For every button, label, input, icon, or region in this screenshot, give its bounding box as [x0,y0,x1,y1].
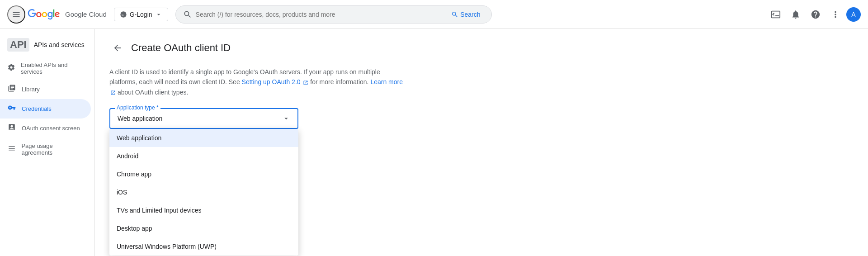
sidebar-item-credentials-label: Credentials [22,105,52,112]
search-button[interactable]: Search [448,9,484,20]
sidebar-item-oauth-label: OAuth consent screen [22,125,80,132]
hamburger-menu-button[interactable] [7,5,25,24]
search-input[interactable] [196,11,448,18]
sidebar-item-credentials[interactable]: Credentials [0,99,91,119]
setting-up-oauth-link[interactable]: Setting up OAuth 2.0 [242,78,311,85]
sidebar-item-enabled-apis-label: Enabled APIs and services [21,62,84,75]
option-desktop-app[interactable]: Desktop app [109,219,298,237]
dropdown-label: Application type * [115,104,160,111]
dropdown-chevron-icon [282,114,290,123]
oauth-consent-icon [7,123,16,133]
enabled-apis-icon [7,63,15,74]
option-ios[interactable]: iOS [109,183,298,201]
external-link-icon2 [110,90,116,95]
credentials-icon [7,104,16,114]
google-cloud-logo[interactable]: Google Cloud [27,9,107,20]
sidebar-item-library-label: Library [22,86,40,93]
project-name: G-Login [130,11,152,18]
sidebar-item-enabled-apis[interactable]: Enabled APIs and services [0,57,91,80]
user-avatar[interactable]: A [846,7,861,22]
api-header-icon: API [7,38,29,52]
external-link-icon1 [303,80,308,85]
page-header: Create OAuth client ID [109,40,854,56]
sidebar: API APIs and services Enabled APIs and s… [0,29,95,256]
notifications-icon-button[interactable] [787,5,805,24]
option-tvs[interactable]: TVs and Limited Input devices [109,201,298,219]
description-text2: for more information. [310,78,370,85]
page-title: Create OAuth client ID [131,42,231,54]
sidebar-item-page-usage-label: Page usage agreements [21,142,84,156]
application-type-dropdown[interactable]: Web application [109,108,298,129]
page-usage-icon [7,144,16,155]
dropdown-menu: Web application Android Chrome app iOS T… [109,129,298,256]
description: A client ID is used to identify a single… [109,67,403,97]
sidebar-header: API APIs and services [0,33,94,57]
console-icon-button[interactable] [767,5,785,24]
description-text3: about OAuth client types. [118,89,188,96]
search-icon [183,10,192,19]
search-bar: Search [175,5,492,24]
option-android[interactable]: Android [109,147,298,165]
option-uwp[interactable]: Universal Windows Platform (UWP) [109,237,298,256]
main-layout: API APIs and services Enabled APIs and s… [0,29,868,256]
sidebar-item-oauth-consent[interactable]: OAuth consent screen [0,119,91,138]
top-nav: Google Cloud G G-Login Search A [0,0,868,29]
sidebar-item-page-usage[interactable]: Page usage agreements [0,138,91,161]
help-icon-button[interactable] [807,5,825,24]
selected-option-label: Web application [118,115,162,122]
option-chrome-app[interactable]: Chrome app [109,165,298,183]
option-web-application[interactable]: Web application [109,129,298,147]
sidebar-header-text: APIs and services [34,41,85,48]
project-selector[interactable]: G G-Login [114,8,168,21]
main-content: Create OAuth client ID A client ID is us… [95,29,868,256]
nav-icons: A [767,5,861,24]
sidebar-item-library[interactable]: Library [0,80,91,99]
cloud-label: Google Cloud [65,10,107,18]
application-type-dropdown-container: Application type * Web application Web a… [109,108,298,129]
search-btn-icon [451,11,458,18]
svg-text:G: G [122,13,124,16]
search-button-label: Search [460,11,480,18]
back-button[interactable] [109,40,126,56]
more-options-button[interactable] [826,5,844,24]
library-icon [7,84,16,95]
